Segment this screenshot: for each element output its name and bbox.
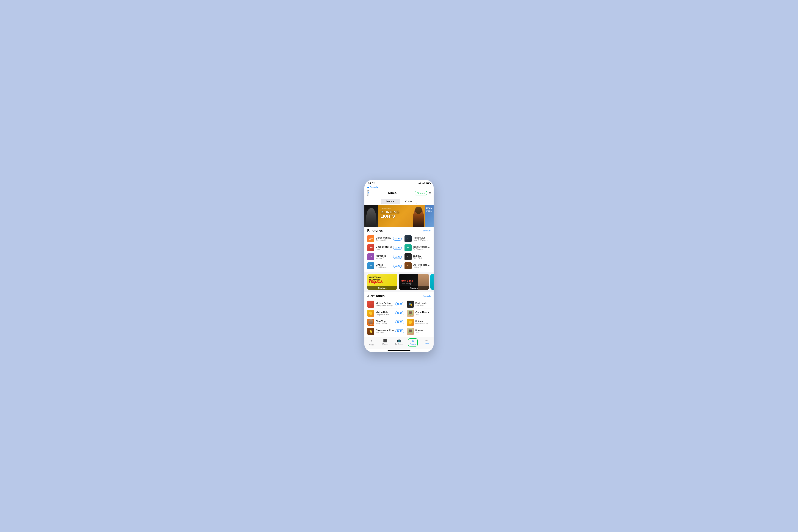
price-button[interactable]: £0.99	[393, 255, 402, 259]
back-search-link[interactable]: ◀ Search	[367, 186, 378, 189]
ringtone-art: 🟡	[407, 319, 414, 326]
tab-movies[interactable]: ⬛ Movies	[378, 339, 392, 346]
list-icon[interactable]: ≡	[429, 191, 431, 195]
price-button[interactable]: £0.79	[396, 311, 404, 315]
more-icon: •••	[425, 339, 429, 342]
ringtone-art: PM	[367, 262, 374, 269]
alert-tones-left-col: DANGER!MOMCALLING Mother Calling! Renega…	[367, 300, 404, 336]
promo-label-dua: Ringtone	[399, 286, 429, 290]
ringtone-info: Mother Calling! Renegade Comedy	[376, 302, 394, 307]
list-item[interactable]: LIZZO Good as Hell E Lizzo £0.99	[367, 243, 402, 252]
alert-tones-list: DANGER!MOMCALLING Mother Calling! Renega…	[367, 300, 431, 336]
ringtone-artist: Ted	[415, 314, 432, 316]
ringtone-art: SHAA-TING	[367, 319, 374, 326]
tab-music[interactable]: ♪ Music	[364, 339, 378, 346]
list-item[interactable]: 🐻 ted Come Here Y… Ted	[407, 309, 432, 318]
ringtone-name: bad guy	[413, 254, 431, 257]
ringtone-name: Higher Love	[413, 236, 431, 239]
alert-tones-see-all[interactable]: See All ›	[423, 295, 431, 298]
genres-button[interactable]: Genres	[415, 191, 427, 195]
list-item[interactable]: PM Circles Post Malone £0.99	[367, 261, 402, 270]
tab-featured[interactable]: Featured	[381, 199, 400, 204]
hero-slide-2: THE WEEKND BLINDINGLIGHTS	[378, 205, 425, 227]
status-icons: 4G	[418, 182, 430, 185]
tab-search[interactable]: ⌕ Search	[406, 339, 420, 346]
ringtones-see-all[interactable]: See All ›	[423, 229, 431, 232]
promo-card-dua[interactable]: Dua Lipa Future Nostalgia Ringtone	[399, 274, 429, 290]
ringtone-name: Memories	[376, 254, 392, 257]
list-item[interactable]: 🎭 Darth Vader:… Star Wars	[407, 300, 432, 309]
tab-more[interactable]: ••• More	[420, 339, 434, 346]
list-item[interactable]: 🌟 Chewbacca: Roar Star Wars £0.79	[367, 327, 404, 336]
ringtone-info: Higher Love Kygo & Whitne…	[413, 236, 431, 241]
signal-icon	[418, 183, 421, 184]
ringtone-artist: Lil Nas X	[413, 266, 431, 268]
ringtone-info: Bottom Despicable Me…	[415, 320, 432, 325]
ringtone-info: Minion Hello Despicable Me 2	[376, 311, 394, 316]
price-button[interactable]: £0.99	[396, 302, 404, 306]
tab-tvshows[interactable]: 📺 TV Shows	[392, 339, 406, 346]
ringtones-right-col: HL Higher Love Kygo & Whitne… ES Take Me…	[404, 234, 431, 270]
ringtone-art: 🌟	[367, 328, 374, 335]
ringtone-artist: Ed Sheeran	[413, 248, 431, 250]
alert-tones-section: Alert Tones See All › DANGER!MOMCALLING …	[364, 292, 434, 337]
list-item[interactable]: HL Higher Love Kygo & Whitne…	[404, 234, 431, 243]
list-item[interactable]: ES Take Me Back… Ed Sheeran	[404, 243, 431, 252]
ringtone-info: Chewbacca: Roar Star Wars	[376, 329, 394, 334]
list-item[interactable]: 🟡 Bottom Despicable Me…	[407, 318, 432, 327]
ringtone-artist: Tones And I	[376, 239, 392, 241]
ringtone-info: Circles Post Malone	[376, 264, 392, 268]
list-item[interactable]: be bad guy Billie Eilish	[404, 252, 431, 261]
ringtone-info: Take Me Back… Ed Sheeran	[413, 245, 431, 250]
ringtone-artist: Star Wars	[376, 331, 394, 334]
ringtone-name: Mother Calling!	[376, 302, 394, 304]
tab-charts[interactable]: Charts	[400, 199, 417, 204]
hero-slide-3-text: AVA Mkings &	[426, 207, 433, 212]
price-button[interactable]: £0.79	[396, 329, 404, 333]
list-item[interactable]: 🟡 Minion Hello Despicable Me 2 £0.79	[367, 309, 404, 318]
list-item[interactable]: 🐻 ted Brewski Ted	[407, 327, 432, 336]
price-button[interactable]: £0.99	[393, 237, 402, 241]
ringtone-name: Bottom	[415, 320, 432, 323]
price-button[interactable]: £0.99	[393, 246, 402, 250]
alert-tones-header: Alert Tones See All ›	[367, 294, 431, 298]
list-item[interactable]: DANGER!MOMCALLING Mother Calling! Renega…	[367, 300, 404, 309]
price-button[interactable]: £0.99	[396, 320, 404, 324]
promo-card-mo[interactable]: LMO…	[431, 274, 434, 290]
list-item[interactable]: TONES NO 1 Dance Monkey Tones And I £0.9…	[367, 234, 402, 243]
ringtone-art: HL	[404, 235, 412, 242]
ringtone-art: 🐻 ted	[407, 310, 414, 317]
list-item[interactable]: 🐎 Old Town Roa… Lil Nas X	[404, 261, 431, 270]
ringtone-info: Darth Vader:… Star Wars	[415, 302, 432, 307]
ringtone-artist: Post Malone	[376, 266, 392, 268]
hero-slide-1	[364, 205, 378, 227]
list-item[interactable]: M5 Memories Maroon 5 £0.99	[367, 252, 402, 261]
ringtone-name: Good as Hell	[376, 245, 389, 248]
tab-music-label: Music	[369, 344, 374, 346]
ringtone-info: Dance Monkey Tones And I	[376, 236, 392, 241]
ringtone-info: ShaaTing Keith Lemon	[376, 320, 394, 325]
see-all-chevron-icon: ›	[430, 230, 431, 232]
ringtone-artist: Billie Eilish	[413, 257, 431, 259]
ringtone-artist: Despicable Me…	[415, 323, 432, 325]
price-button[interactable]: £0.99	[393, 264, 402, 268]
ringtone-info: Good as Hell E Lizzo	[376, 245, 392, 250]
ringtone-artist: Despicable Me 2	[376, 314, 394, 316]
home-indicator	[364, 349, 434, 352]
promo-card-jax[interactable]: JAX JONES,MARTIN SOLVEIG,RAYE & EUROPA T…	[367, 274, 397, 290]
tab-more-label: More	[425, 343, 429, 345]
ringtone-artist: Kygo & Whitne…	[413, 239, 431, 241]
list-item[interactable]: SHAA-TING ShaaTing Keith Lemon £0.99	[367, 318, 404, 327]
ringtone-artist: Keith Lemon	[376, 323, 394, 325]
ringtone-art: DANGER!MOMCALLING	[367, 301, 374, 308]
hero-slide-3: AVA Mkings &	[425, 205, 434, 227]
back-button[interactable]: ‹	[367, 190, 369, 196]
battery-icon	[426, 182, 430, 184]
ringtone-name: ShaaTing	[376, 320, 394, 323]
ringtone-info: bad guy Billie Eilish	[413, 254, 431, 259]
ringtone-name: Chewbacca: Roar	[376, 329, 394, 331]
ringtones-title: Ringtones	[367, 229, 383, 232]
ringtone-art: be	[404, 253, 412, 260]
ringtone-info: Come Here Y… Ted	[415, 311, 432, 316]
search-icon: ⌕	[412, 339, 414, 343]
